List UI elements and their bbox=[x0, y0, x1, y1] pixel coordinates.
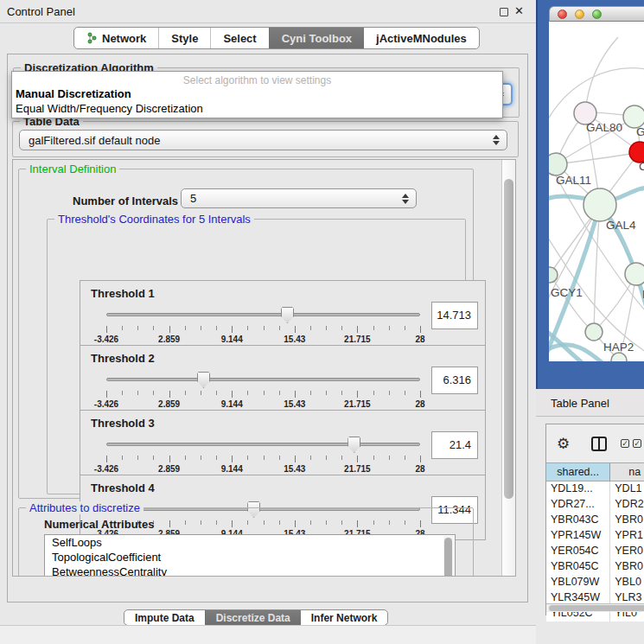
tick-mark bbox=[122, 391, 123, 395]
tick-mark bbox=[153, 456, 154, 460]
tick-mark bbox=[326, 391, 327, 395]
tab-infer-network[interactable]: Infer Network bbox=[301, 610, 388, 625]
algorithm-option[interactable]: Equal Width/Frequency Discretization bbox=[12, 101, 502, 116]
tick-mark bbox=[279, 456, 280, 460]
slider-track[interactable] bbox=[106, 443, 420, 446]
number-of-intervals-combobox[interactable]: 5 bbox=[181, 188, 417, 208]
tick-label: 2.859 bbox=[158, 464, 180, 474]
network-node[interactable] bbox=[583, 188, 616, 221]
cell-shared-name[interactable]: YBR045C bbox=[546, 559, 610, 575]
cell-name[interactable]: YBR0 bbox=[610, 559, 644, 575]
tick-mark bbox=[420, 456, 421, 462]
network-edge[interactable] bbox=[556, 152, 640, 164]
threshold-slider[interactable]: -3.4262.8599.14415.4321.71528 bbox=[106, 307, 420, 343]
table-row[interactable]: YBR043CYBR0 bbox=[546, 513, 644, 528]
network-canvas[interactable]: GAL80GACGAL11GAL4GCY1HHAP2 bbox=[549, 22, 644, 361]
attribute-list-item[interactable]: TopologicalCoefficient bbox=[45, 550, 455, 564]
attribute-list-item[interactable]: BetweennessCentrality bbox=[45, 564, 455, 577]
columns-icon[interactable] bbox=[591, 437, 607, 451]
cell-name[interactable]: YDR2 bbox=[610, 497, 644, 513]
table-row[interactable]: YBL079WYBL0 bbox=[546, 575, 644, 590]
tick-mark bbox=[106, 391, 107, 398]
cell-name[interactable]: YDL1 bbox=[610, 481, 644, 497]
slider-thumb[interactable] bbox=[197, 372, 210, 388]
table-row[interactable]: YDR27...YDR2 bbox=[546, 497, 644, 513]
cell-name[interactable]: YBL0 bbox=[610, 575, 644, 590]
checkbox-icon[interactable]: ✓ bbox=[621, 439, 629, 448]
network-edge[interactable] bbox=[585, 37, 618, 113]
close-icon[interactable]: ✕ bbox=[514, 4, 524, 17]
table-row[interactable]: YPR145WYPR1 bbox=[546, 528, 644, 544]
table-scrollbar-thumb[interactable] bbox=[549, 605, 644, 611]
tick-mark bbox=[185, 326, 186, 330]
network-window-titlebar[interactable] bbox=[549, 6, 644, 22]
attribute-list-item[interactable]: SelfLoops bbox=[45, 535, 455, 550]
node-label: GCY1 bbox=[551, 286, 583, 299]
slider-track[interactable] bbox=[106, 313, 420, 316]
cell-shared-name[interactable]: YER054C bbox=[546, 544, 610, 559]
cell-name[interactable]: YER0 bbox=[610, 544, 644, 559]
threshold-row: Threshold 1 14.713 -3.4262.8599.14415.43… bbox=[80, 280, 486, 346]
cell-shared-name[interactable]: YBR043C bbox=[546, 513, 610, 528]
threshold-label: Threshold 1 bbox=[91, 287, 155, 300]
table-data-combobox[interactable]: galFiltered.sif default node bbox=[19, 130, 507, 150]
threshold-row: Threshold 2 6.316 -3.4262.8599.14415.432… bbox=[80, 345, 486, 411]
settings-scrollbar[interactable] bbox=[501, 160, 515, 576]
mac-minimize-button[interactable] bbox=[575, 10, 584, 19]
threshold-value-field[interactable]: 14.713 bbox=[431, 302, 478, 329]
cell-shared-name[interactable]: YPR145W bbox=[546, 528, 610, 544]
cell-name[interactable]: YBR0 bbox=[610, 513, 644, 528]
tick-mark bbox=[326, 326, 327, 330]
network-node[interactable] bbox=[549, 153, 567, 175]
mac-zoom-button[interactable] bbox=[592, 10, 602, 19]
gear-icon[interactable]: ⚙ bbox=[557, 435, 570, 453]
table-horizontal-scrollbar[interactable] bbox=[546, 603, 644, 612]
algorithm-option[interactable]: Manual Discretization bbox=[12, 86, 502, 101]
network-graph[interactable]: GAL80GACGAL11GAL4GCY1HHAP2 bbox=[549, 22, 644, 361]
cell-shared-name[interactable]: YDL19... bbox=[546, 481, 610, 497]
tick-mark bbox=[216, 456, 217, 460]
slider-thumb[interactable] bbox=[281, 307, 294, 323]
slider-track[interactable] bbox=[106, 378, 420, 381]
numerical-attributes-list[interactable]: SelfLoopsTopologicalCoefficientBetweenne… bbox=[44, 534, 456, 577]
slider-thumb[interactable] bbox=[348, 437, 360, 453]
list-scrollbar[interactable] bbox=[443, 536, 454, 577]
table-panel-titlebar: Table Panel bbox=[536, 389, 644, 417]
table-row[interactable]: YER054CYER0 bbox=[546, 544, 644, 559]
tab-impute-data[interactable]: Impute Data bbox=[124, 610, 205, 625]
table-row[interactable]: YBR045CYBR0 bbox=[546, 559, 644, 575]
tab-discretize-data[interactable]: Discretize Data bbox=[205, 610, 301, 625]
settings-scrollbar-thumb[interactable] bbox=[504, 179, 513, 499]
control-panel: Control Panel ✕ NetworkStyleSelectCyni T… bbox=[0, 0, 536, 644]
tick-mark bbox=[185, 456, 186, 460]
network-node[interactable] bbox=[549, 267, 558, 283]
tab-network[interactable]: Network bbox=[74, 28, 158, 48]
network-node[interactable] bbox=[585, 323, 603, 341]
table-row[interactable]: YDL19...YDL1 bbox=[546, 481, 644, 497]
tab-style[interactable]: Style bbox=[158, 28, 210, 48]
checkbox-icon[interactable]: ✓ bbox=[633, 439, 641, 448]
cell-shared-name[interactable]: YBL079W bbox=[546, 575, 610, 590]
threshold-slider[interactable]: -3.4262.8599.14415.4321.71528 bbox=[106, 437, 420, 473]
tick-label: 9.144 bbox=[221, 335, 243, 344]
cell-name[interactable]: YPR1 bbox=[610, 528, 644, 544]
table-header-row: shared... na bbox=[546, 462, 644, 481]
tab-jactivemnodules[interactable]: jActiveMNodules bbox=[364, 28, 479, 48]
panel-title: Control Panel bbox=[7, 5, 75, 18]
tab-label: Style bbox=[171, 32, 198, 45]
tab-cyni-toolbox[interactable]: Cyni Toolbox bbox=[269, 28, 364, 48]
mac-close-button[interactable] bbox=[558, 10, 567, 19]
list-scrollbar-thumb[interactable] bbox=[444, 538, 452, 577]
threshold-value-field[interactable]: 6.316 bbox=[431, 367, 478, 394]
column-header-shared-name[interactable]: shared... bbox=[546, 463, 610, 481]
float-window-icon[interactable] bbox=[500, 8, 508, 16]
threshold-value-field[interactable]: 21.4 bbox=[431, 431, 478, 459]
column-header-name[interactable]: na bbox=[610, 463, 644, 481]
tick-mark bbox=[357, 326, 358, 333]
tab-select[interactable]: Select bbox=[210, 28, 268, 48]
tick-mark bbox=[169, 391, 170, 398]
threshold-slider[interactable]: -3.4262.8599.14415.4321.71528 bbox=[106, 372, 420, 408]
cell-shared-name[interactable]: YDR27... bbox=[546, 497, 610, 513]
network-node[interactable] bbox=[625, 263, 644, 285]
tick-mark bbox=[405, 326, 405, 330]
